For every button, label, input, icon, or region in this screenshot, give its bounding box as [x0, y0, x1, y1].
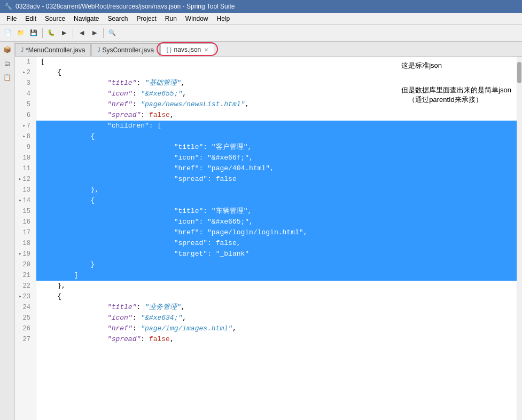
- tab-close-btn[interactable]: ✕: [204, 47, 208, 53]
- code-token: "icon": [174, 153, 199, 163]
- scrollbar-thumb[interactable]: [517, 62, 521, 83]
- code-line-14[interactable]: {: [36, 195, 522, 206]
- menu-project[interactable]: Project: [132, 14, 160, 23]
- fold-arrow-2[interactable]: ▸: [22, 67, 25, 78]
- menu-window[interactable]: Window: [181, 14, 213, 23]
- code-line-16[interactable]: "icon": "&#xe665;",: [36, 217, 522, 227]
- menu-navigate[interactable]: Navigate: [69, 14, 103, 23]
- code-token: :: [141, 334, 149, 345]
- tab-label-3: navs.json: [174, 46, 201, 53]
- code-token: "href": [174, 227, 199, 238]
- code-token: false: [216, 174, 237, 185]
- line-number-7: ▸7: [18, 121, 33, 131]
- line-number-5: 5: [18, 99, 33, 110]
- toolbar-search[interactable]: 🔍: [106, 27, 118, 39]
- menu-help[interactable]: Help: [213, 14, 235, 23]
- code-token: :: [199, 217, 207, 227]
- code-line-18[interactable]: "spread": false,: [36, 238, 522, 249]
- code-token: "icon": [107, 89, 133, 99]
- code-line-15[interactable]: "title": "车辆管理",: [36, 206, 522, 217]
- fold-arrow-14[interactable]: ▸: [19, 195, 21, 206]
- code-line-12[interactable]: "spread": false: [36, 174, 522, 185]
- code-token: "&#xe665;": [207, 217, 249, 227]
- code-token: "children": [107, 121, 149, 131]
- toolbar-new[interactable]: 📄: [2, 27, 14, 39]
- code-line-26[interactable]: "href": "page/img/images.html",: [36, 323, 522, 334]
- code-line-17[interactable]: "href": "page/login/login.html",: [36, 227, 522, 238]
- code-token: :: [133, 323, 141, 334]
- code-line-9[interactable]: "title": "客户管理",: [36, 142, 522, 153]
- code-line-25[interactable]: "icon": "&#xe634;",: [36, 313, 522, 323]
- code-line-2[interactable]: {: [36, 67, 522, 78]
- menu-search[interactable]: Search: [103, 14, 132, 23]
- code-token: :: [199, 153, 207, 163]
- line-number-11: 11: [18, 163, 33, 174]
- line-number-27: 27: [18, 334, 33, 345]
- code-token: :: [199, 163, 207, 174]
- code-line-11[interactable]: "href": "page/404.html",: [36, 163, 522, 174]
- scrollbar-track[interactable]: [517, 57, 522, 420]
- line-number-21: 21: [18, 270, 33, 281]
- code-token: "icon": [107, 313, 133, 323]
- code-token: ,: [170, 334, 174, 345]
- tab-menu-controller[interactable]: J *MenuController.java: [15, 43, 91, 56]
- sidebar-pkg-icon[interactable]: 📦: [2, 44, 13, 56]
- menu-file[interactable]: File: [2, 14, 21, 23]
- code-line-10[interactable]: "icon": "&#xe66f;",: [36, 153, 522, 163]
- sidebar-type-icon[interactable]: 🗂: [2, 58, 13, 69]
- code-line-8[interactable]: {: [36, 131, 522, 142]
- fold-arrow-23[interactable]: ▸: [19, 291, 21, 302]
- code-line-13[interactable]: },: [36, 185, 522, 195]
- line-number-15: 15: [18, 206, 33, 217]
- fold-arrow-7[interactable]: ▸: [22, 121, 25, 131]
- tab-java-icon-1: J: [21, 47, 24, 53]
- toolbar-run[interactable]: ▶: [58, 27, 70, 39]
- fold-arrow-12[interactable]: ▸: [19, 174, 21, 185]
- code-token: "target": [174, 249, 207, 259]
- code-token: "_blank": [216, 249, 249, 259]
- toolbar-save[interactable]: 💾: [28, 27, 40, 39]
- code-editor[interactable]: 1▸23456▸7▸891011▸1213▸1415161718▸1920212…: [15, 57, 522, 420]
- tab-bar: J *MenuController.java J SysController.j…: [15, 42, 522, 57]
- menu-source[interactable]: Source: [41, 14, 69, 23]
- tab-sys-controller[interactable]: J SysController.java: [91, 43, 160, 56]
- code-line-23[interactable]: {: [36, 291, 522, 302]
- code-line-3[interactable]: "title": "基础管理",: [36, 78, 522, 89]
- code-content[interactable]: [ { "title": "基础管理", "icon": "&#xe655;",…: [36, 57, 522, 420]
- line-number-24: 24: [18, 302, 33, 313]
- code-line-5[interactable]: "href": "page/news/newsList.html",: [36, 99, 522, 110]
- line-number-17: 17: [18, 227, 33, 238]
- toolbar: 📄 📁 💾 🐛 ▶ ◀ ▶ 🔍: [0, 25, 522, 42]
- ide-layout: 📦 🗂 📋 J *MenuController.java J SysContro…: [0, 42, 522, 420]
- fold-arrow-19[interactable]: ▸: [19, 249, 21, 259]
- code-line-24[interactable]: "title": "业务管理",: [36, 302, 522, 313]
- toolbar-debug[interactable]: 🐛: [45, 27, 57, 39]
- code-line-27[interactable]: "spread": false,: [36, 334, 522, 345]
- code-token: ,: [170, 110, 174, 121]
- code-token: :: [203, 206, 212, 217]
- fold-arrow-8[interactable]: ▸: [22, 131, 25, 142]
- toolbar-open[interactable]: 📁: [15, 27, 27, 39]
- code-token: ,: [182, 89, 186, 99]
- code-line-21[interactable]: ]: [36, 270, 522, 281]
- sidebar-outline-icon[interactable]: 📋: [2, 72, 13, 83]
- code-line-20[interactable]: }: [36, 259, 522, 270]
- code-token: ,: [237, 238, 241, 249]
- menu-run[interactable]: Run: [161, 14, 181, 23]
- code-line-1[interactable]: [: [36, 57, 522, 67]
- code-line-6[interactable]: "spread": false,: [36, 110, 522, 121]
- menu-edit[interactable]: Edit: [21, 14, 41, 23]
- toolbar-fwd[interactable]: ▶: [89, 27, 100, 39]
- code-token: "spread": [174, 174, 207, 185]
- editor-area: J *MenuController.java J SysController.j…: [15, 42, 522, 420]
- code-line-19[interactable]: "target": "_blank": [36, 249, 522, 259]
- tab-json-icon: { }: [166, 46, 172, 53]
- toolbar-sep3: [103, 28, 104, 38]
- tab-java-icon-2: J: [97, 47, 100, 53]
- code-line-7[interactable]: "children": [: [36, 121, 522, 131]
- code-token: :: [207, 249, 216, 259]
- code-line-22[interactable]: },: [36, 281, 522, 291]
- toolbar-back[interactable]: ◀: [76, 27, 88, 39]
- code-line-4[interactable]: "icon": "&#xe655;",: [36, 89, 522, 99]
- tab-navs-json[interactable]: { } navs.json ✕: [160, 43, 214, 56]
